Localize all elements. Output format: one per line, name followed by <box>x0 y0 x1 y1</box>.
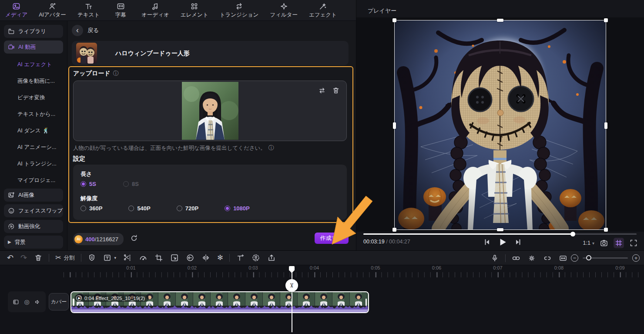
elements-icon <box>190 2 198 10</box>
info-icon[interactable]: ⓘ <box>113 70 119 78</box>
timeline-zoom-out-button[interactable]: − <box>571 254 578 262</box>
tab-ai-avatar[interactable]: AIアバター <box>39 2 66 19</box>
tab-text[interactable]: テキスト <box>77 2 100 19</box>
template-title: ハロウィンブードゥー人形 <box>115 50 190 57</box>
sidebar-item-text-to[interactable]: テキストから... <box>0 106 67 122</box>
sidebar-item-face-swap[interactable]: フェイススワップ <box>4 204 63 217</box>
tab-effects[interactable]: エフェクト <box>309 2 337 19</box>
resolution-option-1080p[interactable]: 1080P <box>225 205 250 212</box>
resize-handle-top-left[interactable] <box>392 18 396 22</box>
tab-audio[interactable]: オーディオ <box>141 2 169 19</box>
face-off-button[interactable] <box>248 253 264 262</box>
upload-dropzone[interactable] <box>73 81 347 141</box>
timeline-zoom-in-button[interactable]: + <box>632 254 640 262</box>
delete-button[interactable] <box>30 253 46 262</box>
sidebar-item-my-projects[interactable]: マイプロジェ... <box>0 172 67 189</box>
sidebar-item-video-enhance[interactable]: 動画強化 <box>4 220 63 233</box>
resize-handle-top-right[interactable] <box>604 18 608 22</box>
resize-handle-middle-left[interactable] <box>393 122 396 129</box>
sidebar-item-ai-dance[interactable]: AI ダンス 🕺 <box>0 122 67 139</box>
playhead-split-button[interactable]: ✂ <box>285 279 298 292</box>
zoom-slider-knob[interactable] <box>586 255 591 260</box>
timeline-playhead[interactable]: ✂ <box>288 266 295 332</box>
timeline-zoom-slider[interactable] <box>583 257 628 259</box>
snapshot-icon[interactable] <box>600 239 608 247</box>
timeline-clip[interactable]: ▶ 0:04 Effect_2025_10_19(2) <box>70 291 369 313</box>
sidebar-item-ai-animation[interactable]: AI アニメーシ... <box>0 139 67 155</box>
snap-button[interactable] <box>524 254 540 263</box>
voodoo-dolls-thumb-image <box>76 43 97 64</box>
previous-frame-button[interactable] <box>483 238 491 246</box>
video-frame[interactable] <box>395 20 606 229</box>
tab-label: テキスト <box>77 11 100 19</box>
marker-button[interactable] <box>84 253 100 262</box>
grid-toggle-button[interactable] <box>614 238 624 248</box>
resolution-option-540p[interactable]: 540P <box>128 205 150 212</box>
tab-elements[interactable]: エレメント <box>181 2 208 19</box>
clip-trim-handle-right[interactable] <box>366 299 367 306</box>
fit-timeline-button[interactable] <box>555 254 571 263</box>
voiceover-button[interactable] <box>487 254 503 263</box>
sidebar-item-background[interactable]: ▶ 背景 <box>4 236 63 249</box>
refresh-credits-icon[interactable] <box>130 234 138 243</box>
replace-image-icon[interactable] <box>318 86 326 95</box>
crop-button[interactable] <box>151 253 167 262</box>
sidebar-item-image-to-video[interactable]: 画像を動画に... <box>0 73 67 89</box>
next-frame-button[interactable] <box>514 238 523 246</box>
clip-trim-handle-left[interactable] <box>73 299 74 306</box>
tab-captions[interactable]: 字幕 <box>111 2 130 19</box>
sidebar-item-video-convert[interactable]: ビデオ変換 <box>0 89 67 106</box>
tab-media[interactable]: メディア <box>5 2 27 19</box>
add-text-button[interactable] <box>232 253 248 262</box>
playhead-cap[interactable] <box>289 266 295 273</box>
template-card[interactable]: ハロウィンブードゥー人形 <box>72 41 349 65</box>
tab-transitions[interactable]: トランジション <box>220 2 259 19</box>
pip-button[interactable] <box>167 253 182 262</box>
export-clip-button[interactable] <box>264 253 279 262</box>
resize-handle-bottom-right[interactable] <box>604 228 608 232</box>
player-seek-bar[interactable] <box>363 232 637 236</box>
sidebar-item-ai-video[interactable]: AI 動画 <box>4 40 63 54</box>
info-icon[interactable]: ⓘ <box>268 144 274 152</box>
freeze-frame-button[interactable]: ✻ <box>214 254 226 261</box>
length-option-8s[interactable]: 8S <box>123 181 139 187</box>
tab-label: エフェクト <box>309 11 337 19</box>
play-button[interactable] <box>497 237 508 247</box>
redo-button[interactable]: ↷ <box>17 254 30 262</box>
speed-button[interactable] <box>135 253 151 262</box>
mirror-button[interactable] <box>198 253 214 262</box>
delete-image-icon[interactable] <box>332 86 340 95</box>
zoom-level-dropdown[interactable]: 1:1 ▾ <box>583 240 594 246</box>
seek-knob[interactable] <box>570 232 575 236</box>
link-clips-button[interactable] <box>508 254 524 263</box>
tab-filters[interactable]: フィルター <box>270 2 298 19</box>
ruler-label: 0:06 <box>432 265 441 270</box>
resize-handle-top-center[interactable] <box>497 19 503 22</box>
cover-button[interactable]: カバー <box>49 293 69 310</box>
sidebar-item-ai-effects[interactable]: AI エフェクト <box>0 56 67 73</box>
trim-button[interactable] <box>120 253 135 262</box>
back-button[interactable]: ‹ 戻る <box>72 25 99 36</box>
sidebar-item-ai-image[interactable]: AI画像 <box>4 189 63 202</box>
resize-handle-bottom-left[interactable] <box>392 228 396 232</box>
resolution-option-720p[interactable]: 720P <box>177 205 198 212</box>
track-lock-icon[interactable]: ◎ <box>24 299 29 305</box>
sidebar-item-library[interactable]: ライブラリ <box>4 25 63 38</box>
timeline-ruler[interactable]: 0:010:020:030:040:050:060:070:080:09 <box>0 265 644 278</box>
clip-play-icon[interactable]: ▶ <box>76 295 82 301</box>
resolution-option-360p[interactable]: 360P <box>80 205 102 212</box>
fullscreen-icon[interactable] <box>629 239 638 247</box>
reverse-button[interactable] <box>182 253 198 262</box>
quick-text-button[interactable]: ▾ <box>100 253 120 262</box>
split-button[interactable]: ✂分割 <box>52 254 78 262</box>
length-option-5s[interactable]: 5S <box>80 181 96 187</box>
resize-handle-middle-right[interactable] <box>604 122 607 129</box>
sidebar-item-label: ライブラリ <box>18 28 46 35</box>
transitions-icon <box>235 2 243 10</box>
sidebar-item-ai-transition[interactable]: AI トランジシ... <box>0 155 67 172</box>
create-button[interactable]: 作成する <box>315 233 349 244</box>
resize-handle-bottom-center[interactable] <box>497 228 503 231</box>
track-mute-icon[interactable] <box>34 299 41 305</box>
unlink-clips-button[interactable] <box>540 254 555 263</box>
undo-button[interactable]: ↶ <box>3 254 17 262</box>
